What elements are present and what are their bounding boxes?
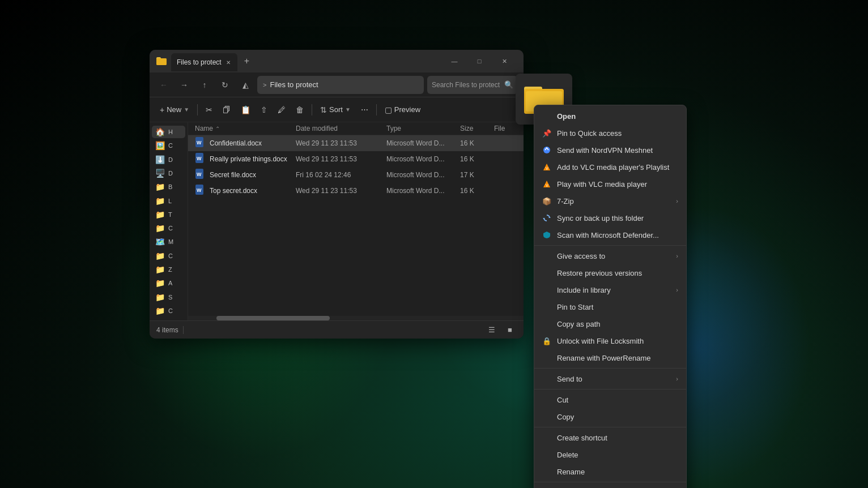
close-button[interactable]: ✕: [492, 52, 517, 70]
col-more-header[interactable]: File: [494, 125, 517, 132]
back-button[interactable]: ←: [155, 76, 172, 93]
new-dropdown-icon: ▼: [184, 106, 189, 113]
sidebar-item-l[interactable]: 📁 L: [152, 194, 185, 207]
file-type-1: Microsoft Word D...: [386, 155, 460, 163]
defender-icon: [542, 230, 551, 239]
view-toggle-button[interactable]: ◭: [237, 76, 254, 93]
up-button[interactable]: ↑: [196, 76, 213, 93]
svg-text:W: W: [197, 172, 202, 177]
file-type-3: Microsoft Word D...: [386, 187, 460, 195]
sidebar-item-b[interactable]: 📁 B: [152, 181, 185, 193]
col-name-header[interactable]: Name ⌃: [195, 125, 296, 132]
ctx-sep-4: [534, 427, 686, 427]
sidebar-item-downloads[interactable]: ⬇️ D: [152, 153, 185, 166]
more-dots: ⋯: [361, 105, 368, 114]
copy-button[interactable]: 🗍: [218, 101, 235, 119]
ctx-sync[interactable]: Sync or back up this folder: [534, 209, 686, 226]
refresh-button[interactable]: ↻: [216, 76, 233, 93]
tab-close-button[interactable]: ✕: [225, 58, 232, 67]
maximize-button[interactable]: □: [467, 52, 492, 70]
ctx-rename[interactable]: Rename: [534, 463, 686, 480]
file-rows: W Confidential.docx Wed 29 11 23 11:53 M…: [188, 135, 524, 316]
home-icon: 🏠: [155, 127, 165, 136]
sidebar-item-home[interactable]: 🏠 H: [152, 126, 185, 138]
ctx-open[interactable]: Open: [534, 108, 686, 125]
ctx-copy-path[interactable]: Copy as path: [534, 315, 686, 332]
col-date-header[interactable]: Date modified: [296, 125, 386, 132]
horizontal-scrollbar[interactable]: [188, 316, 524, 320]
folder-c2-icon: 📁: [155, 251, 165, 260]
sidebar-c2-label: C: [168, 252, 173, 259]
ctx-cut[interactable]: Cut: [534, 391, 686, 408]
ctx-vlc-playlist[interactable]: V Add to VLC media player's Playlist: [534, 159, 686, 175]
search-bar[interactable]: Search Files to protect 🔍: [427, 76, 518, 94]
table-row[interactable]: W Secret file.docx Fri 16 02 24 12:46 Mi…: [188, 167, 524, 183]
col-type-header[interactable]: Type: [386, 125, 460, 132]
ctx-restore[interactable]: Restore previous versions: [534, 264, 686, 281]
paste-icon: 📋: [241, 105, 250, 114]
sidebar-item-c1[interactable]: 📁 C: [152, 222, 185, 234]
sidebar-item-s[interactable]: 📁 S: [152, 290, 185, 303]
ctx-give-access[interactable]: Give access to ›: [534, 247, 686, 264]
sidebar-item-c2[interactable]: 📁 C: [152, 250, 185, 262]
rename-button[interactable]: 🖉: [273, 101, 290, 119]
sort-button[interactable]: ⇅ Sort ▼: [316, 101, 355, 119]
cut-button[interactable]: ✂: [201, 101, 217, 119]
ctx-send-to[interactable]: Send to ›: [534, 370, 686, 387]
address-bar[interactable]: > Files to protect: [257, 76, 424, 94]
tab-add-button[interactable]: +: [244, 56, 249, 66]
table-row[interactable]: W Really private things.docx Wed 29 11 2…: [188, 151, 524, 167]
share-button[interactable]: ⇧: [256, 101, 272, 119]
copy-ctx-icon: [542, 412, 551, 421]
h-scroll-thumb[interactable]: [216, 316, 330, 320]
ctx-create-shortcut[interactable]: Create shortcut: [534, 429, 686, 446]
delete-button[interactable]: 🗑: [291, 101, 308, 119]
copy-icon: 🗍: [223, 105, 231, 114]
sidebar-item-c3[interactable]: 📁 C: [152, 305, 185, 317]
folder-z-icon: 📁: [155, 265, 165, 274]
sidebar-item-desktop[interactable]: 🖥️ D: [152, 167, 185, 179]
ctx-vlc-play-label: Play with VLC media player: [557, 180, 678, 189]
preview-label: Preview: [394, 105, 420, 114]
ctx-pin-quick[interactable]: 📌 Pin to Quick access: [534, 125, 686, 142]
sidebar-item-z[interactable]: 📁 Z: [152, 263, 185, 276]
sidebar-item-gallery[interactable]: 🖼️ C: [152, 139, 185, 152]
ctx-nordvpn[interactable]: Send with NordVPN Meshnet: [534, 142, 686, 159]
ctx-7zip[interactable]: 📦 7-Zip ›: [534, 192, 686, 209]
title-tab[interactable]: Files to protect ✕: [171, 53, 237, 71]
copy-path-icon: [542, 319, 551, 328]
col-size-header[interactable]: Size: [460, 125, 494, 132]
preview-icon: ▢: [385, 105, 392, 114]
table-row[interactable]: W Confidential.docx Wed 29 11 23 11:53 M…: [188, 135, 524, 151]
sidebar-item-t[interactable]: 📁 T: [152, 208, 185, 221]
search-icon[interactable]: 🔍: [504, 80, 513, 89]
address-text: Files to protect: [270, 80, 318, 89]
forward-button[interactable]: →: [176, 76, 193, 93]
ctx-copy[interactable]: Copy: [534, 408, 686, 425]
ctx-restore-label: Restore previous versions: [557, 269, 678, 277]
more-options-button[interactable]: ⋯: [356, 101, 373, 119]
give-access-arrow: ›: [676, 252, 678, 259]
ctx-defender[interactable]: Scan with Microsoft Defender...: [534, 226, 686, 243]
table-row[interactable]: W Top secret.docx Wed 29 11 23 11:53 Mic…: [188, 183, 524, 199]
ctx-powerrename[interactable]: Rename with PowerRename: [534, 349, 686, 366]
ctx-delete[interactable]: Delete: [534, 446, 686, 463]
ctx-vlc-play[interactable]: V Play with VLC media player: [534, 175, 686, 192]
cut-ctx-icon: [542, 395, 551, 404]
restore-icon: [542, 268, 551, 277]
ctx-pin-start[interactable]: Pin to Start: [534, 298, 686, 315]
ctx-include-library[interactable]: Include in library ›: [534, 281, 686, 298]
list-view-button[interactable]: ☰: [485, 323, 499, 337]
ctx-properties[interactable]: Properties: [534, 484, 686, 488]
preview-button[interactable]: ▢ Preview: [380, 101, 425, 119]
ctx-unlock[interactable]: 🔒 Unlock with File Locksmith: [534, 332, 686, 349]
sidebar-item-a[interactable]: 📁 A: [152, 277, 185, 289]
paste-button[interactable]: 📋: [236, 101, 255, 119]
grid-view-button[interactable]: ■: [503, 323, 517, 337]
ctx-sep-5: [534, 482, 686, 482]
minimize-button[interactable]: —: [442, 52, 467, 70]
ctx-rename-label: Rename: [557, 468, 678, 476]
new-button[interactable]: + New ▼: [155, 101, 194, 119]
ctx-send-to-label: Send to: [557, 375, 670, 383]
sidebar-item-maps[interactable]: 🗺️ M: [152, 236, 185, 248]
